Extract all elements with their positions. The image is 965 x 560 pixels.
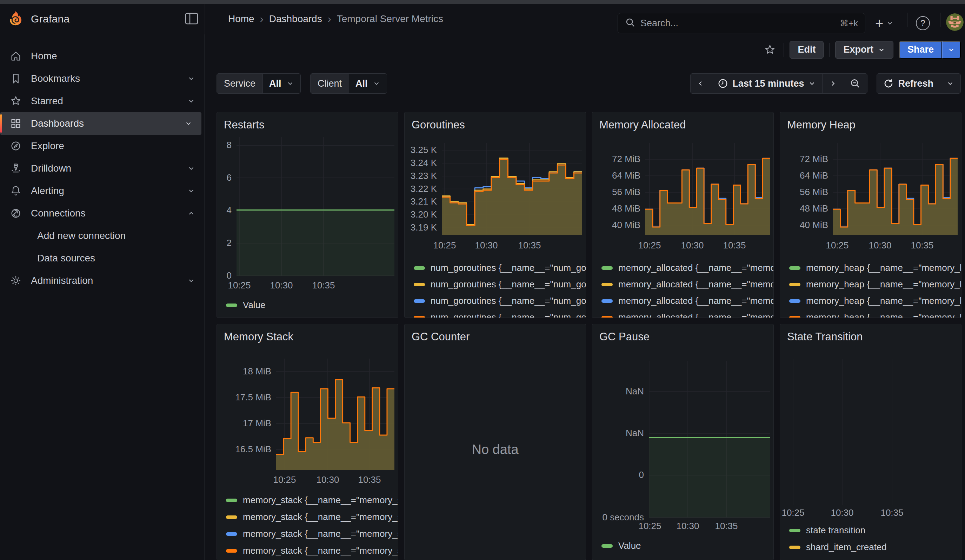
time-range-picker[interactable]: Last 15 minutes bbox=[711, 73, 822, 93]
sidebar-item-data-sources[interactable]: Data sources bbox=[0, 247, 204, 269]
y-axis-tick-label: 17.5 MiB bbox=[217, 392, 271, 403]
legend-item[interactable]: num_goroutines {__name__="num_go bbox=[414, 279, 586, 290]
chevron-down-icon bbox=[946, 80, 954, 87]
time-shift-forward-button[interactable] bbox=[822, 73, 843, 93]
refresh-label: Refresh bbox=[898, 78, 934, 89]
legend-swatch bbox=[789, 316, 800, 318]
breadcrumb-separator: › bbox=[328, 13, 331, 25]
y-axis-tick-label: 40 MiB bbox=[780, 220, 828, 230]
x-axis-tick-label: 10:35 bbox=[898, 240, 947, 251]
sidebar-item-connections[interactable]: Connections bbox=[0, 202, 204, 225]
sidebar-item-dashboards[interactable]: Dashboards bbox=[0, 112, 201, 135]
sidebar-item-drilldown[interactable]: Drilldown bbox=[0, 157, 204, 180]
legend-item[interactable]: Value bbox=[602, 540, 641, 551]
legend-item[interactable]: memory_allocated {__name__="memo bbox=[602, 312, 774, 318]
y-axis-tick-label: 48 MiB bbox=[780, 203, 828, 214]
x-axis-tick-label: 10:30 bbox=[257, 280, 306, 291]
legend-item[interactable]: num_goroutines {__name__="num_go bbox=[414, 296, 586, 306]
search-shortcut: ⌘+k bbox=[840, 18, 858, 28]
legend-item[interactable]: num_goroutines {__name__="num_go bbox=[414, 263, 586, 273]
export-button[interactable]: Export bbox=[835, 41, 893, 59]
legend-label: memory_heap {__name__="memory_h bbox=[806, 296, 962, 306]
legend-item[interactable]: memory_heap {__name__="memory_h bbox=[789, 263, 962, 273]
panel-memory-allocated[interactable]: Memory Allocated 72 MiB64 MiB56 MiB48 Mi… bbox=[592, 112, 774, 318]
legend-item[interactable]: memory_allocated {__name__="memo bbox=[602, 279, 774, 290]
legend-label: memory_stack {__name__="memory_s bbox=[243, 511, 398, 522]
legend-item[interactable]: Value bbox=[226, 300, 266, 310]
y-axis-tick-label: 17 MiB bbox=[217, 418, 271, 429]
chevron-down-icon bbox=[947, 46, 955, 54]
sidebar-item-alerting[interactable]: Alerting bbox=[0, 180, 204, 202]
breadcrumb-dashboards[interactable]: Dashboards bbox=[269, 13, 322, 24]
sidebar-item-administration[interactable]: Administration bbox=[0, 269, 204, 292]
legend-item[interactable]: memory_stack {__name__="memory_s bbox=[226, 528, 398, 539]
chevron-up-icon bbox=[187, 209, 195, 217]
refresh-interval-button[interactable] bbox=[940, 73, 960, 93]
time-shift-back-button[interactable] bbox=[690, 73, 711, 93]
star-icon bbox=[10, 95, 22, 107]
panel-state-transition[interactable]: State Transition 10:2510:3010:35state tr… bbox=[780, 324, 962, 560]
chevron-down-icon bbox=[886, 19, 894, 27]
legend-item[interactable]: num_goroutines {__name__="num_go bbox=[414, 312, 586, 318]
panel-gc-counter[interactable]: GC Counter No data bbox=[404, 324, 586, 560]
variable-service-label: Service bbox=[217, 73, 262, 93]
chart-restarts: 8642010:2510:3010:35Value bbox=[217, 112, 398, 318]
panel-restarts[interactable]: Restarts 8642010:2510:3010:35Value bbox=[216, 112, 398, 318]
zoom-out-button[interactable] bbox=[843, 73, 867, 93]
variable-service-value[interactable]: All bbox=[262, 73, 300, 93]
brand[interactable]: Grafana bbox=[8, 11, 70, 28]
plus-icon: + bbox=[875, 16, 883, 30]
legend-item[interactable]: memory_stack {__name__="memory_s bbox=[226, 495, 398, 506]
sidebar-item-bookmarks[interactable]: Bookmarks bbox=[0, 67, 204, 90]
share-menu-button[interactable] bbox=[942, 41, 961, 59]
legend-item[interactable]: memory_heap {__name__="memory_h bbox=[789, 296, 962, 306]
y-axis-tick-label: 6 bbox=[217, 172, 232, 183]
favorite-star-button[interactable] bbox=[762, 42, 778, 58]
header-divider bbox=[204, 4, 205, 34]
gear-icon bbox=[10, 275, 22, 287]
sidebar-item-label: Bookmarks bbox=[31, 73, 178, 84]
chart-gc-counter: No data bbox=[405, 324, 586, 560]
help-button[interactable]: ? bbox=[916, 16, 930, 30]
user-avatar[interactable] bbox=[946, 13, 963, 31]
y-axis-tick-label: 4 bbox=[217, 205, 232, 216]
panel-goroutines[interactable]: Goroutines 3.25 K3.24 K3.23 K3.22 K3.21 … bbox=[404, 112, 586, 318]
legend-item[interactable]: memory_stack {__name__="memory_s bbox=[226, 545, 398, 556]
add-button[interactable]: + bbox=[875, 15, 894, 31]
legend-swatch bbox=[226, 549, 237, 553]
y-axis-tick-label: 3.19 K bbox=[405, 222, 437, 233]
plot-svg bbox=[217, 112, 398, 278]
sidebar-item-home[interactable]: Home bbox=[0, 45, 204, 67]
legend-label: memory_stack {__name__="memory_s bbox=[243, 528, 398, 539]
legend-item[interactable]: memory_heap {__name__="memory_h bbox=[789, 279, 962, 290]
x-axis-tick-label: 10:25 bbox=[780, 508, 818, 518]
legend-swatch bbox=[226, 304, 237, 307]
search-input[interactable]: Search... ⌘+k bbox=[618, 13, 865, 33]
legend-item[interactable]: memory_heap {__name__="memory_h bbox=[789, 312, 962, 318]
bell-icon bbox=[10, 185, 22, 197]
sidebar-item-label: Starred bbox=[31, 95, 178, 107]
variable-client-value[interactable]: All bbox=[349, 73, 387, 93]
legend-item[interactable]: state transition bbox=[789, 525, 865, 536]
chevron-down-icon bbox=[187, 165, 195, 172]
legend-swatch bbox=[602, 299, 613, 303]
chevron-down-icon bbox=[187, 187, 195, 195]
legend-item[interactable]: memory_stack {__name__="memory_s bbox=[226, 511, 398, 522]
sidebar-collapse-icon[interactable] bbox=[185, 13, 198, 24]
sidebar-item-label: Explore bbox=[31, 140, 195, 152]
plot-svg bbox=[780, 324, 961, 507]
sidebar-item-add-new-connection[interactable]: Add new connection bbox=[0, 225, 204, 247]
sidebar-item-starred[interactable]: Starred bbox=[0, 90, 204, 112]
legend-item[interactable]: memory_allocated {__name__="memo bbox=[602, 296, 774, 306]
edit-button[interactable]: Edit bbox=[790, 41, 824, 59]
breadcrumb-home[interactable]: Home bbox=[228, 13, 254, 24]
panel-memory-stack[interactable]: Memory Stack 18 MiB17.5 MiB17 MiB16.5 Mi… bbox=[216, 324, 398, 560]
legend-item[interactable]: shard_item_created bbox=[789, 542, 887, 553]
panel-memory-heap[interactable]: Memory Heap 72 MiB64 MiB56 MiB48 MiB40 M… bbox=[780, 112, 962, 318]
panel-gc-pause[interactable]: GC Pause NaNNaN00 seconds10:2510:3010:35… bbox=[592, 324, 774, 560]
legend-item[interactable]: memory_allocated {__name__="memo bbox=[602, 263, 774, 273]
no-data-text: No data bbox=[405, 442, 586, 457]
refresh-button[interactable]: Refresh bbox=[877, 73, 940, 93]
share-button[interactable]: Share bbox=[899, 41, 942, 59]
sidebar-item-explore[interactable]: Explore bbox=[0, 135, 204, 157]
